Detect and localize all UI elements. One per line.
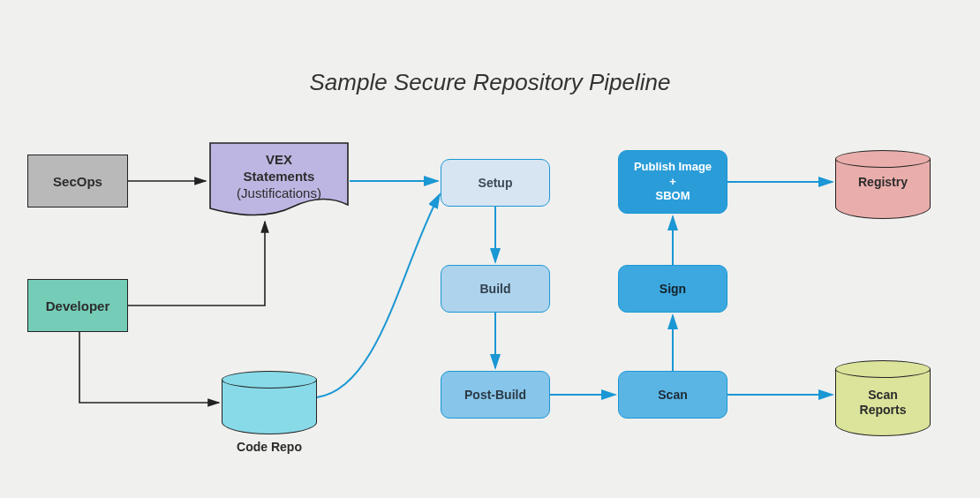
node-vex-statements: VEX Statements (Justifications) [208,141,350,216]
publish-line1: Publish Image [634,160,712,175]
vex-line3: (Justifications) [208,185,350,202]
node-publish: Publish Image + SBOM [618,150,727,214]
setup-label: Setup [479,176,513,190]
node-build: Build [441,265,550,313]
sign-label: Sign [660,282,686,296]
postbuild-label: Post-Build [464,388,526,402]
cyl-top [222,371,317,389]
node-setup: Setup [441,159,550,207]
vex-line1: VEX [208,152,350,169]
vex-line2: Statements [208,169,350,185]
node-code-repo: Code Repo [222,371,317,434]
node-scan-reports: Scan Reports [835,360,931,436]
node-scan: Scan [618,371,727,419]
diagram-title: Sample Secure Repository Pipeline [0,69,980,96]
cyl-top [835,360,931,378]
arrow-developer-vex [128,222,265,306]
cyl-top [835,150,931,168]
node-secops-label: SecOps [53,174,102,189]
publish-line2: + [634,175,712,190]
node-developer-label: Developer [46,298,110,313]
publish-line3: SBOM [634,189,712,204]
node-post-build: Post-Build [441,371,550,419]
build-label: Build [480,282,511,296]
code-repo-label: Code Repo [222,440,317,454]
node-sign: Sign [618,265,727,313]
scan-label: Scan [658,388,687,402]
node-developer: Developer [27,279,128,332]
scan-reports-label: Scan Reports [835,388,931,418]
arrow-developer-coderepo [79,332,219,403]
node-registry: Registry [835,150,931,219]
registry-label: Registry [835,175,931,189]
node-secops: SecOps [27,155,128,208]
